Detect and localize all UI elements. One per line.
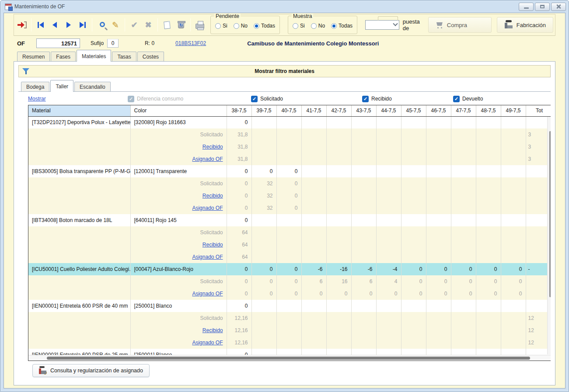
next-record-button[interactable]	[63, 18, 75, 31]
vertical-scrollbar-thumb[interactable]	[549, 131, 551, 298]
subrow-action-link[interactable]: Asignado OF	[192, 254, 223, 260]
material-row[interactable]: [IBT34008] Boton marcado de 18L[640011] …	[28, 214, 551, 226]
close-button[interactable]	[551, 3, 566, 11]
muestra-radio-si[interactable]: Si	[293, 23, 305, 29]
cell-quantity	[426, 165, 451, 177]
material-subrow[interactable]: Solicitado12,1612	[28, 312, 551, 324]
material-row[interactable]: [T32DP21027] Deportiva Polux - Lafayette…	[28, 116, 551, 128]
subrow-action-link[interactable]: Asignado OF	[192, 205, 223, 211]
materials-grid: MaterialColor38-7,539-7,540-7,541-7,542-…	[28, 105, 551, 361]
search-button[interactable]	[95, 18, 108, 31]
column-header-total[interactable]: Tot	[526, 105, 551, 116]
cell-quantity: 0	[501, 288, 526, 300]
cell-quantity: -6	[301, 263, 326, 275]
muestra-radio-todas[interactable]: Todas	[331, 23, 353, 29]
column-header-size[interactable]: 46-7,5	[426, 105, 451, 116]
checkbox-devuelto[interactable]: ✓Devuelto	[453, 96, 551, 102]
cell-quantity	[426, 177, 451, 190]
consulta-regularizacion-button[interactable]: Consulta y regularización de asignado	[32, 364, 150, 377]
sufijo-field[interactable]: 0	[107, 39, 119, 48]
app-icon	[5, 3, 12, 10]
tab-bodega[interactable]: Bodega	[21, 82, 49, 92]
column-header-size[interactable]: 38-7,5	[227, 105, 251, 116]
column-header-size[interactable]: 39-7,5	[251, 105, 276, 116]
compra-button[interactable]: Compra	[428, 17, 492, 33]
material-subrow[interactable]: Asignado OF0320	[28, 202, 551, 214]
subrow-action-link[interactable]: Asignado OF	[192, 156, 223, 162]
delete-button[interactable]	[175, 18, 187, 31]
material-subrow[interactable]: Solicitado64	[28, 226, 551, 239]
column-header-size[interactable]: 40-7,5	[276, 105, 301, 116]
materials-filter-bar[interactable]: Mostrar filtro materiales	[18, 65, 551, 77]
column-header-size[interactable]: 42-7,5	[326, 105, 351, 116]
material-subrow[interactable]: Recibido0320	[28, 190, 551, 202]
muestra-radio-no[interactable]: No	[311, 23, 325, 29]
column-header-size[interactable]: 44-7,5	[376, 105, 401, 116]
column-header-color[interactable]: Color	[130, 105, 227, 116]
checkbox-solicitado[interactable]: ✓Solicitado	[251, 96, 362, 102]
subrow-action-link[interactable]: Recibido	[202, 242, 223, 248]
horizontal-scrollbar[interactable]	[28, 355, 551, 361]
column-header-size[interactable]: 43-7,5	[351, 105, 376, 116]
material-subrow[interactable]: Recibido31,83	[28, 141, 551, 153]
exit-button[interactable]	[16, 18, 28, 31]
maximize-button[interactable]	[535, 3, 550, 11]
column-header-size[interactable]: 48-7,5	[476, 105, 501, 116]
tab-resumen[interactable]: Resumen	[17, 52, 50, 62]
material-subrow[interactable]: Solicitado31,83	[28, 128, 551, 141]
column-header-size[interactable]: 49-7,5	[501, 105, 526, 116]
first-record-button[interactable]	[35, 18, 47, 31]
subrow-action-link[interactable]: Asignado OF	[192, 291, 223, 297]
cell-quantity: 0	[351, 288, 376, 300]
cell-quantity	[301, 251, 326, 263]
reference-link[interactable]: 018BS13F02	[175, 40, 206, 46]
tab-taller[interactable]: Taller	[50, 80, 73, 92]
column-header-size[interactable]: 45-7,5	[401, 105, 426, 116]
material-subrow[interactable]: Asignado OF12,1612	[28, 336, 551, 349]
material-subrow[interactable]: Asignado OF64	[28, 251, 551, 263]
cell-quantity	[351, 300, 376, 312]
pendiente-radio-todas[interactable]: Todas	[254, 23, 275, 29]
fabricacion-button[interactable]: Fabricación	[497, 17, 553, 33]
tab-tasas[interactable]: Tasas	[112, 52, 136, 62]
checkbox-recibido[interactable]: ✓Recibido	[362, 96, 453, 102]
propuesta-combobox[interactable]	[365, 20, 399, 30]
vertical-scrollbar[interactable]	[547, 117, 551, 354]
material-row[interactable]: [ICU50001] Cuello Poliester Adulto Coleg…	[28, 263, 551, 275]
last-record-button[interactable]	[77, 18, 89, 31]
of-number-field[interactable]: 12571	[36, 38, 80, 48]
edit-button[interactable]: ✎	[109, 18, 122, 31]
previous-record-button[interactable]	[49, 18, 61, 31]
cancel-button[interactable]: ✖	[142, 18, 154, 31]
tab-fases[interactable]: Fases	[51, 52, 76, 62]
print-button[interactable]	[194, 18, 206, 31]
material-subrow[interactable]: Recibido64	[28, 239, 551, 251]
tab-materiales[interactable]: Materiales	[77, 50, 111, 62]
material-subrow[interactable]: Asignado OF31,83	[28, 153, 551, 165]
material-row[interactable]: [IBS30005] Bolsa transparente PP (P-M-G)…	[28, 165, 551, 177]
subrow-action-link[interactable]: Asignado OF	[192, 340, 223, 346]
tab-escandallo[interactable]: Escandallo	[74, 82, 111, 92]
column-header-size[interactable]: 41-7,5	[301, 105, 326, 116]
column-header-size[interactable]: 47-7,5	[451, 105, 476, 116]
column-header-material[interactable]: Material	[28, 105, 130, 116]
horizontal-scrollbar-thumb[interactable]	[47, 357, 530, 360]
subrow-action-link[interactable]: Recibido	[202, 193, 223, 199]
minimize-button[interactable]	[519, 3, 534, 11]
material-row[interactable]: [IEN00001] Entretela 600 PSR de 40 mm[25…	[28, 300, 551, 312]
subrow-action-link[interactable]: Recibido	[202, 144, 223, 150]
pendiente-radio-si[interactable]: Si	[215, 23, 227, 29]
material-row[interactable]: [IEN00003] Entretela 600 PSR de 25 mm[25…	[28, 349, 551, 355]
title-bar[interactable]: Mantenimiento de OF	[0, 0, 569, 13]
subrow-action-link[interactable]: Recibido	[202, 327, 223, 333]
tab-costes[interactable]: Costes	[137, 52, 164, 62]
mostrar-link[interactable]: Mostrar	[28, 96, 128, 102]
material-subrow[interactable]: Asignado OF000000000000	[28, 288, 551, 300]
pendiente-radio-no[interactable]: No	[234, 23, 248, 29]
cell-quantity	[251, 324, 276, 336]
material-subrow[interactable]: Solicitado0320	[28, 177, 551, 190]
new-record-button[interactable]	[161, 18, 173, 31]
accept-button[interactable]: ✔	[128, 18, 140, 31]
material-subrow[interactable]: Solicitado0006166400000	[28, 275, 551, 288]
material-subrow[interactable]: Recibido12,1612	[28, 324, 551, 336]
